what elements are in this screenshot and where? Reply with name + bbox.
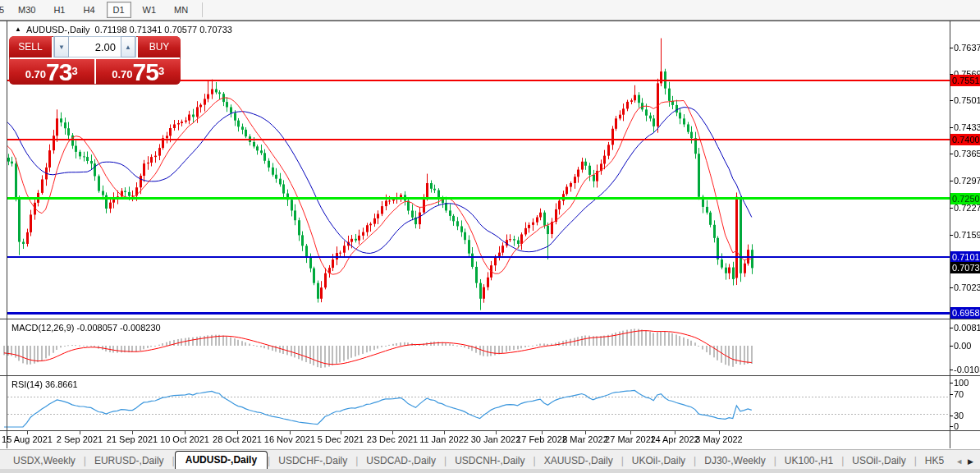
date-label: 23 Dec 2021	[367, 434, 418, 444]
price-tick-mark	[950, 181, 953, 181]
chart-tab-xauusd--daily[interactable]: XAUUSD-,Daily	[536, 452, 621, 470]
macd-label: MACD(12,26,9) -0.008057 -0.008230	[11, 323, 161, 333]
tab-scroll-left-icon[interactable]: ◄	[955, 457, 963, 466]
lot-decrease-button[interactable]: ▼	[54, 36, 69, 57]
date-label: 30 Jan 2022	[471, 434, 521, 444]
rsi-panel-splitter[interactable]	[0, 375, 980, 376]
date-axis-border	[0, 430, 980, 431]
timeframe-toolbar: 5M30H1H4D1W1MN	[0, 0, 980, 21]
macd-panel-splitter[interactable]	[0, 319, 980, 319]
rsi-label: RSI(14) 36.8661	[11, 379, 78, 389]
rsi-tick-mark	[950, 426, 953, 427]
timeframe-button-h1[interactable]: H1	[47, 2, 71, 18]
date-label: 28 Oct 2021	[213, 434, 262, 444]
price-tick-mark	[950, 100, 953, 101]
macd-axis-label: 0.00811	[954, 323, 980, 333]
h-line-support-2[interactable]	[7, 312, 950, 315]
price-tick-label: 0.73650	[954, 149, 980, 158]
chart-ohlc-values: 0.71198 0.71341 0.70577 0.70733	[95, 25, 232, 34]
one-click-trade-panel: SELL ▼ 2.00 ▲ BUY 0.70 73 3 0.70 75 3	[9, 36, 181, 85]
sell-price-pips: 73	[46, 62, 71, 83]
rsi-tick-mark	[950, 383, 953, 383]
timeframe-button-m30[interactable]: M30	[11, 2, 42, 18]
timeframe-button-5[interactable]: 5	[0, 2, 7, 18]
chart-tab-dj30--weekly[interactable]: DJ30-,Weekly	[696, 452, 773, 470]
buy-price-point: 3	[158, 59, 164, 84]
timeframe-button-mn[interactable]: MN	[167, 2, 195, 18]
chart-tab-usdcnh--daily[interactable]: USDCNH-,Daily	[446, 452, 533, 470]
h-line-resistance-2[interactable]	[7, 139, 950, 140]
sell-price-prefix: 0.70	[25, 67, 46, 83]
date-label: 11 Jan 2022	[419, 434, 469, 444]
collapse-triangle-icon[interactable]: ▲	[15, 26, 21, 33]
price-tick-mark	[950, 287, 953, 288]
chart-symbol-period: AUDUSD-,Daily	[26, 25, 90, 34]
tab-scroll-buttons: ◄▶	[955, 457, 980, 470]
price-tick-label: 0.76370	[954, 43, 980, 53]
mt4-terminal: 5M30H1H4D1W1MN ▲ AUDUSD-,Daily 0.71198 0…	[0, 0, 980, 473]
chart-tab-usdchf--daily[interactable]: USDCHF-,Daily	[270, 452, 355, 470]
rsi-axis-label: 0	[954, 421, 959, 431]
buy-price-display[interactable]: 0.70 75 3	[96, 59, 181, 85]
sell-button[interactable]: SELL	[9, 36, 52, 57]
chart-tab-bar: USDX,Weekly|EURUSD-,Daily|AUDUSD-,Daily|…	[0, 449, 980, 470]
price-badge-0.69582: 0.69582	[950, 307, 980, 319]
rsi-axis-label: 30	[954, 411, 964, 420]
macd-axis-label: 0.00	[954, 341, 971, 351]
price-tick-mark	[950, 48, 953, 48]
chart-tab-ukoil--daily[interactable]: UKOil-,Daily	[624, 452, 694, 470]
date-label: 27 Mar 2022	[605, 434, 656, 444]
price-badge-0.74002: 0.74002	[950, 134, 980, 145]
price-tick-label: 0.75010	[954, 95, 980, 105]
price-tick-mark	[950, 154, 953, 154]
tab-scroll-right-icon[interactable]: ▶	[968, 457, 973, 466]
date-label: 3 May 2022	[695, 434, 742, 444]
lot-size-spinner: ▼ 2.00 ▲	[53, 36, 136, 57]
chart-tab-hk5[interactable]: HK5	[917, 452, 952, 470]
rsi-tick-mark	[950, 416, 953, 416]
date-label: 14 Apr 2022	[650, 434, 698, 444]
timeframe-button-h4[interactable]: H4	[76, 2, 101, 18]
h-line-pivot-green[interactable]	[7, 197, 950, 200]
timeframe-button-d1[interactable]: D1	[107, 2, 131, 18]
date-label: 5 Dec 2021	[318, 434, 364, 444]
window-bottom-strip	[0, 469, 980, 473]
sell-price-display[interactable]: 0.70 73 3	[9, 59, 94, 85]
chart-tab-eurusd--daily[interactable]: EURUSD-,Daily	[86, 452, 172, 470]
price-tick-label: 0.72970	[954, 176, 980, 186]
chart-tab-usdcad--daily[interactable]: USDCAD-,Daily	[358, 452, 444, 470]
sell-price-point: 3	[71, 59, 77, 84]
macd-tick-mark	[950, 370, 953, 370]
lot-increase-button[interactable]: ▲	[121, 36, 135, 57]
date-label: 16 Nov 2021	[264, 434, 315, 444]
chart-tab-usdx-weekly[interactable]: USDX,Weekly	[5, 452, 84, 470]
date-label: 10 Oct 2021	[160, 434, 209, 444]
toolbar-separator	[202, 2, 203, 17]
date-label: 8 Mar 2022	[562, 434, 608, 444]
chart-left-border	[7, 21, 7, 448]
date-label: 17 Feb 2022	[516, 434, 567, 444]
chart-title: ▲ AUDUSD-,Daily 0.71198 0.71341 0.70577 …	[15, 25, 232, 34]
price-badge-0.71013: 0.71013	[950, 251, 980, 263]
price-badge-0.75512: 0.75512	[950, 75, 980, 86]
date-label: 21 Sep 2021	[107, 434, 158, 444]
chart-tab-usoil--daily[interactable]: USOil-,Daily	[844, 452, 914, 470]
macd-tick-mark	[950, 328, 953, 328]
price-tick-label: 0.70230	[954, 282, 980, 292]
price-badge-0.72504: 0.72504	[950, 193, 980, 204]
chart-tab-audusd--daily[interactable]: AUDUSD-,Daily	[175, 451, 268, 470]
price-tick-mark	[950, 235, 953, 236]
macd-tick-mark	[950, 346, 953, 347]
buy-button[interactable]: BUY	[138, 36, 181, 57]
h-line-support-1[interactable]	[7, 256, 950, 258]
rsi-tick-mark	[950, 394, 953, 395]
chart-tab-uk100--h1[interactable]: UK100-,H1	[776, 452, 841, 470]
price-tick-label: 0.74330	[954, 122, 980, 132]
timeframe-button-w1[interactable]: W1	[136, 2, 163, 18]
price-badge-0.70733: 0.70733	[950, 262, 980, 273]
rsi-axis-label: 70	[954, 389, 964, 399]
rsi-axis-label: 100	[954, 378, 969, 388]
lot-size-field[interactable]: 2.00	[69, 41, 121, 53]
price-tick-mark	[950, 127, 953, 128]
date-label: 2 Sep 2021	[57, 434, 103, 444]
